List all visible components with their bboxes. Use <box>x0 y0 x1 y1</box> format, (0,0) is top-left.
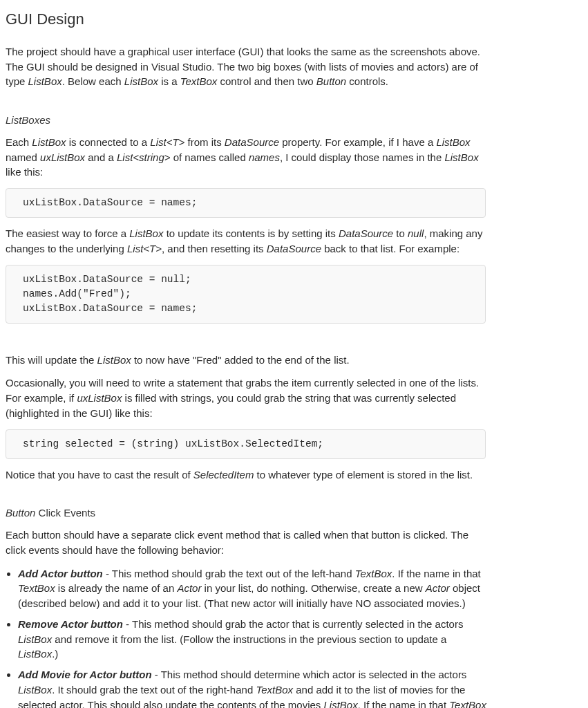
text: - This method should grab the text out o… <box>103 568 355 579</box>
code-block-3: string selected = (string) uxListBox.Sel… <box>6 429 486 459</box>
item-title: Add Movie for Actor button <box>18 669 152 680</box>
term-actor: Actor <box>426 582 450 594</box>
term-datasource: DataSource <box>267 243 321 254</box>
text: .) <box>52 648 58 660</box>
text: property. For example, if I have a <box>279 136 436 148</box>
text: from its <box>184 136 225 148</box>
term-listbox: ListBox <box>124 75 158 87</box>
item-title: Add Actor button <box>18 568 103 579</box>
term-listbox: ListBox <box>28 75 62 87</box>
text: to whatever type of element is stored in… <box>254 469 473 481</box>
term-listbox: ListBox <box>324 699 358 708</box>
text: of names called <box>171 151 249 163</box>
term-names: names <box>249 151 280 163</box>
term-listbox: ListBox <box>18 684 52 696</box>
intro-paragraph: The project should have a graphical user… <box>6 44 489 89</box>
term-textbox: TextBox <box>355 568 392 579</box>
term-null: null <box>408 227 424 239</box>
code-block-1: uxListBox.DataSource = names; <box>6 188 486 218</box>
button-events-intro: Each button should have a separate click… <box>6 528 489 558</box>
list-item: Add Movie for Actor button - This method… <box>18 667 489 708</box>
term-listbox: ListBox <box>32 136 66 148</box>
listbox-paragraph-2: The easiest way to force a ListBox to up… <box>6 226 489 257</box>
term-listbox: ListBox <box>97 354 131 366</box>
text: and a <box>85 151 117 163</box>
text: , I could display those names in the <box>280 151 444 163</box>
text: control and then two <box>217 75 316 87</box>
term-uxlistbox: uxListBox <box>40 151 85 163</box>
text: . If the name in that <box>392 568 480 579</box>
term-listbox: ListBox <box>444 151 478 163</box>
text: Button <box>6 507 35 519</box>
text: in your list, do nothing. Otherwise, cre… <box>201 582 425 594</box>
text: This will update the <box>6 354 97 366</box>
text: . Below each <box>62 75 124 87</box>
item-title: Remove Actor button <box>18 618 123 630</box>
list-item: Remove Actor button - This method should… <box>18 617 489 662</box>
text: named <box>6 151 40 163</box>
text: to <box>393 227 408 239</box>
code-block-2: uxListBox.DataSource = null; names.Add("… <box>6 265 486 324</box>
text: . It should grab the text out of the rig… <box>52 684 256 696</box>
spacer <box>6 332 582 353</box>
term-textbox: TextBox <box>256 684 293 696</box>
term-datasource: DataSource <box>225 136 279 148</box>
text: back to that list. For example: <box>321 243 459 254</box>
button-events-list: Add Actor button - This method should gr… <box>6 566 489 708</box>
term-listbox: ListBox <box>129 227 163 239</box>
text: is connected to a <box>66 136 151 148</box>
listbox-paragraph-1: Each ListBox is connected to a List<T> f… <box>6 135 489 180</box>
text: - This method should determine which act… <box>152 669 467 680</box>
text: Notice that you have to cast the result … <box>6 469 193 481</box>
text: is a <box>158 75 180 87</box>
text: like this: <box>6 166 43 178</box>
text: is already the name of an <box>55 582 178 594</box>
term-button: Button <box>316 75 346 87</box>
term-listbox: ListBox <box>436 136 470 148</box>
list-item: Add Actor button - This method should gr… <box>18 566 489 611</box>
heading-button-click-events: Button Click Events <box>6 505 582 521</box>
text: to now have "Fred" added to the end of t… <box>131 354 350 366</box>
page-title: GUI Design <box>6 8 582 30</box>
term-list-t: List<T> <box>150 136 184 148</box>
text: to update its contents is by setting its <box>163 227 338 239</box>
term-datasource: DataSource <box>339 227 393 239</box>
text: - This method should grab the actor that… <box>123 618 463 630</box>
term-selecteditem: SelectedItem <box>193 469 254 481</box>
text: . If the name in that <box>358 699 450 708</box>
listbox-paragraph-4: Occasionally, you will need to write a s… <box>6 375 489 420</box>
term-listbox: ListBox <box>18 633 52 645</box>
term-uxlistbox: uxListBox <box>77 392 122 404</box>
listbox-paragraph-3: This will update the ListBox to now have… <box>6 353 489 368</box>
text: , and then resetting its <box>162 243 267 254</box>
text: controls. <box>346 75 388 87</box>
listbox-paragraph-5: Notice that you have to cast the result … <box>6 467 489 483</box>
text: Each <box>6 136 32 148</box>
term-listbox: ListBox <box>18 648 52 660</box>
term-list-string: List<string> <box>117 151 171 163</box>
heading-listboxes: ListBoxes <box>6 113 582 128</box>
text: and remove it from the list. (Follow the… <box>52 633 446 645</box>
term-textbox: TextBox <box>180 75 218 87</box>
text: The easiest way to force a <box>6 227 129 239</box>
text: Click Events <box>35 507 95 519</box>
term-list-t: List<T> <box>127 243 162 254</box>
term-textbox: TextBox <box>449 699 486 708</box>
term-textbox: TextBox <box>18 582 55 594</box>
term-actor: Actor <box>177 582 201 594</box>
